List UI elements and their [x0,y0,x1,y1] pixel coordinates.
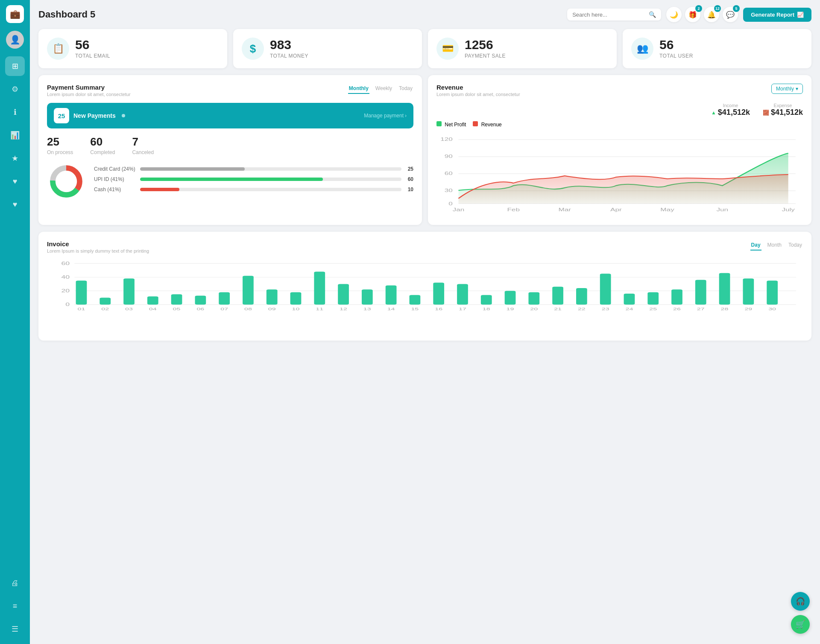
search-input[interactable] [572,12,646,18]
stat-info-money: 983 TOTAL MONEY [270,38,308,59]
bar-x-label: 29 [744,307,752,312]
sidebar-item-star[interactable]: ★ [5,149,25,168]
generate-label: Generate Report [751,12,794,18]
revenue-card: Revenue Lorem ipsum dolor sit amet, cons… [428,75,811,225]
sidebar-item-print[interactable]: 🖨 [5,573,25,593]
bar-rect [100,298,111,305]
bar-x-label: 26 [673,307,681,312]
svg-text:Jan: Jan [453,207,465,212]
bar-rect [600,274,611,304]
canceled-label: Canceled [132,149,154,155]
legend-net-profit: Net Profit [436,121,466,128]
cart-fab[interactable]: 🛒 [791,615,810,634]
middle-row: Payment Summary Lorem ipsum dolor sit am… [38,75,811,225]
email-stat-icon: 📋 [47,38,69,60]
income-up-icon: ▲ [711,110,716,116]
bell-button[interactable]: 🔔 12 [704,7,719,22]
tab-monthly[interactable]: Monthly [348,84,369,94]
avatar[interactable]: 👤 [6,31,24,49]
revenue-header: Revenue Lorem ipsum dolor sit amet, cons… [436,84,803,97]
tab-weekly[interactable]: Weekly [375,84,393,94]
page-title: Dashboard 5 [38,9,562,20]
settings-icon: ⚙ [12,85,18,94]
completed-number: 60 [90,135,115,149]
invoice-tab-month[interactable]: Month [767,240,782,251]
stat-info-payment: 1256 PAYMENT SALE [465,38,506,59]
bar-x-label: 11 [316,307,323,312]
invoice-tab-today[interactable]: Today [788,240,803,251]
bar-upi-fill [140,178,323,181]
on-process-label: On process [47,149,73,155]
sidebar-logo[interactable]: 💼 [6,5,24,23]
money-number: 983 [270,38,308,51]
revenue-dot [473,121,478,126]
stat-card-email: 📋 56 TOTAL EMAIL [38,29,227,68]
headset-icon: 🎧 [796,597,805,606]
invoice-bar-chart: 60 40 20 0 01020304050607080910111213141… [47,259,803,332]
chat-icon: 💬 [726,11,735,19]
net-profit-dot [436,121,442,126]
revenue-monthly-dropdown[interactable]: Monthly ▾ [771,84,803,94]
bar-rect [76,280,87,304]
income-stat: Income ▲ $41,512k [711,103,750,117]
invoice-tab-day[interactable]: Day [750,240,761,251]
manage-payment-text: Manage payment [364,113,404,119]
sidebar-item-heart[interactable]: ♥ [5,172,25,191]
bar-cash-label: Cash (41%) [94,186,137,192]
avatar-icon: 👤 [10,35,20,45]
tab-today[interactable]: Today [398,84,413,94]
print-icon: 🖨 [11,579,19,588]
bar-x-label: 23 [602,307,609,312]
search-bar[interactable]: 🔍 [567,9,661,20]
sidebar: 💼 👤 ⊞ ⚙ ℹ 📊 ★ ♥ ♥ 🖨 ≡ ☰ [0,0,30,644]
support-fab[interactable]: 🎧 [791,592,810,611]
gift-button[interactable]: 🎁 2 [685,7,700,22]
sidebar-item-heart2[interactable]: ♥ [5,195,25,214]
bell-icon: 🔔 [707,11,716,19]
revenue-subtitle: Lorem ipsum dolor sit amet, consectetur [436,92,520,97]
revenue-area-chart: 0 30 60 90 120 [436,131,803,216]
dark-mode-button[interactable]: 🌙 [666,7,682,22]
bar-x-label: 01 [78,307,85,312]
bar-rect [266,289,278,304]
logo-icon: 💼 [10,9,20,19]
menu-icon: ≡ [13,602,18,611]
bar-cash-value: 10 [405,186,413,192]
bar-cash-fill [140,188,179,191]
revenue-area [458,175,788,204]
bar-rect [576,288,587,305]
bar-credit-fill [140,167,245,171]
payment-breakdown: Credit Card (24%) 25 UPI ID (41%) 60 [47,162,413,201]
sidebar-item-info[interactable]: ℹ [5,102,25,122]
new-payments-row: 25 New Payments Manage payment › [47,103,413,128]
bar-x-label: 22 [578,307,586,312]
generate-report-button[interactable]: Generate Report 📈 [743,8,811,22]
sidebar-item-settings[interactable]: ⚙ [5,79,25,99]
bar-rect [195,296,206,305]
invoice-tab-group: Day Month Today [750,240,803,251]
invoice-subtitle: Lorem Ipsum is simply dummy text of the … [47,248,149,254]
sidebar-item-menu[interactable]: ≡ [5,596,25,616]
revenue-svg: 0 30 60 90 120 [436,131,803,216]
revenue-title: Revenue [436,84,520,91]
bar-upi-track [140,178,401,181]
svg-text:0: 0 [65,302,70,307]
svg-text:30: 30 [445,188,453,193]
sidebar-item-dashboard[interactable]: ⊞ [5,56,25,76]
sidebar-item-list[interactable]: ☰ [5,619,25,639]
bar-x-label: 24 [625,307,633,312]
fab-area: 🎧 🛒 [791,592,810,634]
bar-x-label: 02 [101,307,109,312]
invoice-info: Invoice Lorem Ipsum is simply dummy text… [47,240,149,254]
chat-button[interactable]: 💬 5 [723,7,738,22]
bar-rect [243,276,254,305]
info-icon: ℹ [14,108,17,117]
cart-icon: 🛒 [796,620,805,629]
manage-payment-link[interactable]: Manage payment › [364,113,407,119]
svg-text:60: 60 [61,261,70,266]
stat-cards: 📋 56 TOTAL EMAIL $ 983 TOTAL MONEY 💳 125… [38,29,811,68]
new-payments-left: 25 New Payments [54,108,125,123]
bar-x-label: 20 [530,307,538,312]
user-label: TOTAL USER [659,53,693,59]
sidebar-item-analytics[interactable]: 📊 [5,125,25,145]
